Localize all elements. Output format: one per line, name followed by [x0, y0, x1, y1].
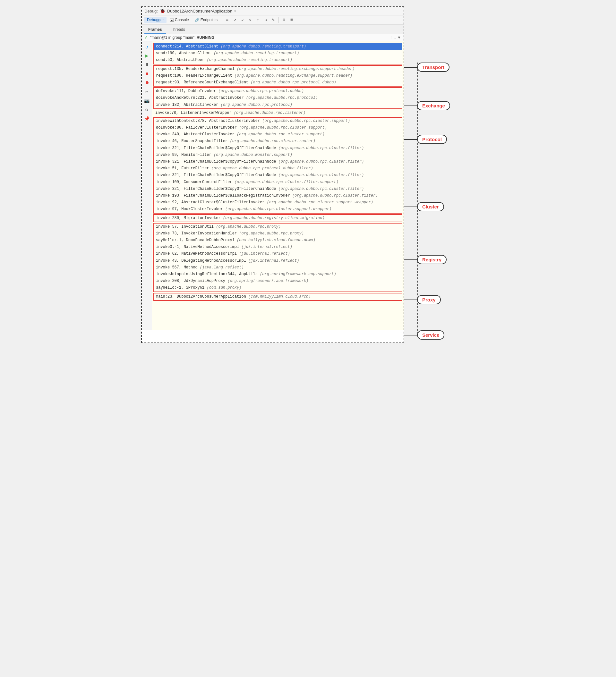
stack-item-proxy-1[interactable]: invoke:57, InvocationUtil (org.apache.du… [154, 224, 402, 230]
stack-item-cluster-8[interactable]: invoke:51, FutureFilter (org.apache.dubb… [154, 165, 402, 172]
debug-label: Debug: [144, 9, 158, 13]
stack-item-exchange-1[interactable]: request:135, HeaderExchangeChannel (org.… [154, 66, 402, 73]
stack-item-cluster-2[interactable]: doInvoke:80, FailoverClusterInvoker (org… [154, 125, 402, 131]
stack-item-exchange-2[interactable]: request:100, HeaderExchangeClient (org.a… [154, 73, 402, 79]
ide-window: Debug: 🐞 Dubbo12ArchConsumerApplication … [141, 6, 404, 343]
app-icon: 🐞 [160, 8, 165, 14]
stack-item-standalone-1[interactable]: invoke:78, ListenerInvokerWrapper (org.a… [153, 110, 402, 117]
endpoints-icon: 🔗 [195, 18, 200, 22]
rerun-icon[interactable]: ↺ [262, 16, 269, 24]
stack-item-cluster-4[interactable]: invoke:46, RouterSnapshotFilter (org.apa… [154, 138, 402, 145]
sidebar-record-icon[interactable]: ⏺ [143, 79, 150, 86]
nav-down-icon[interactable]: ↓ [394, 35, 396, 40]
stack-item-protocol-2[interactable]: doInvokeAndReturn:221, AbstractInvoker (… [154, 95, 402, 101]
registry-label: Registry [417, 255, 447, 264]
stack-item-proxy-6[interactable]: invoke:43, DelegatingMethodAccessorImpl … [154, 258, 402, 264]
sidebar-resume-icon[interactable]: ↺ [143, 43, 150, 50]
stack-item-cluster-12[interactable]: invoke:193, FilterChainBuilder$CallbackR… [154, 192, 402, 199]
stack-item-proxy-10[interactable]: sayHello:-1, $Proxy61 (com.sun.proxy) [154, 284, 402, 291]
proxy-connector [404, 300, 417, 300]
registry-group: invoke:280, MigrationInvoker (org.apache… [153, 214, 402, 222]
annotations-panel: Transport Exchange Protocol Cluster Regi… [404, 6, 475, 343]
service-connector [404, 335, 417, 335]
sidebar-resume-green-icon[interactable]: ▶ [143, 52, 150, 59]
transport-annotation: Transport [404, 62, 449, 72]
tab-threads[interactable]: Threads [167, 26, 189, 34]
stack-item-proxy-5[interactable]: invoke:62, NativeMethodAccessorImpl (jdk… [154, 251, 402, 257]
list-icon[interactable]: ≡ [224, 16, 231, 24]
list-view-icon[interactable]: ≣ [288, 16, 295, 24]
step-into-icon[interactable]: ↙ [239, 16, 246, 24]
stack-item-protocol-3[interactable]: invoke:182, AbstractInvoker (org.apache.… [154, 102, 402, 108]
thread-selector: ✓ "main"@1 in group "main": RUNNING ↑ ↓ … [142, 34, 404, 41]
cluster-group: invokeWithContext:378, AbstractClusterIn… [153, 117, 402, 214]
grid-icon[interactable]: ⊞ [280, 16, 288, 24]
sidebar-camera-icon[interactable]: 📷 [143, 97, 150, 104]
run-cursor-icon[interactable]: ↑ [254, 16, 261, 24]
transport-connector [404, 67, 417, 68]
stack-item-cluster-1[interactable]: invokeWithContext:378, AbstractClusterIn… [154, 118, 402, 125]
proxy-annotation: Proxy [404, 295, 441, 304]
proxy-label: Proxy [417, 295, 441, 304]
stack-item-proxy-2[interactable]: invoke:73, InvokerInvocationHandler (org… [154, 230, 402, 237]
console-btn[interactable]: ▶ Console [167, 17, 191, 23]
sidebar-settings-icon[interactable]: ⚙ [143, 106, 150, 113]
stack-item-cluster-10[interactable]: invoke:109, ConsumerContextFilter (org.a… [154, 179, 402, 186]
evaluate-icon[interactable]: ↯ [270, 16, 277, 24]
stack-item-cluster-5[interactable]: invoke:321, FilterChainBuilder$CopyOfFil… [154, 145, 402, 152]
stack-item-registry-1[interactable]: invoke:280, MigrationInvoker (org.apache… [154, 215, 402, 222]
console-icon: ▶ [170, 18, 174, 21]
stack-item-cluster-13[interactable]: invoke:92, AbstractCluster$ClusterFilter… [154, 199, 402, 206]
transport-group: connect:214, AbstractClient (org.apache.… [153, 43, 402, 64]
service-annotation: Service [404, 330, 444, 340]
protocol-group: doInvoke:111, DubboInvoker (org.apache.d… [153, 87, 402, 109]
stack-item-cluster-11[interactable]: invoke:321, FilterChainBuilder$CopyOfFil… [154, 186, 402, 192]
tab-frames[interactable]: Frames [144, 26, 166, 34]
registry-connector [404, 260, 417, 260]
toolbar-sep-1 [222, 17, 222, 23]
stack-item-protocol-1[interactable]: doInvoke:111, DubboInvoker (org.apache.d… [154, 88, 402, 95]
sidebar-pause-icon[interactable]: ⏸ [143, 61, 150, 68]
toolbar: Debugger ▶ Console 🔗 Endpoints ≡ ↗ ↙ ↖ ↑… [142, 15, 404, 25]
stack-item-cluster-14[interactable]: invoke:97, MockClusterInvoker (org.apach… [154, 206, 402, 213]
protocol-label: Protocol [417, 135, 447, 144]
cluster-label: Cluster [417, 202, 444, 211]
stack-item-transport-2[interactable]: send:190, AbstractClient (org.apache.dub… [154, 50, 402, 57]
transport-label: Transport [417, 62, 449, 72]
stack-item-cluster-6[interactable]: invoke:99, MonitorFilter (org.apache.dub… [154, 152, 402, 159]
close-tab-btn[interactable]: × [234, 9, 236, 13]
stack-item-proxy-4[interactable]: invoke0:-1, NativeMethodAccessorImpl (jd… [154, 244, 402, 251]
stack-item-proxy-3[interactable]: sayHello:-1, DemoFacadeDubboProxy1 (com.… [154, 237, 402, 244]
exchange-group: request:135, HeaderExchangeChannel (org.… [153, 65, 402, 87]
stack-item-proxy-9[interactable]: invoke:208, JdkDynamicAopProxy (org.spri… [154, 278, 402, 284]
sidebar-stop-icon[interactable]: ■ [143, 70, 150, 77]
frames-nav: ↑ ↓ ▼ [391, 35, 401, 40]
sidebar-mute-icon[interactable]: ✂ [143, 88, 150, 95]
protocol-annotation: Protocol [404, 135, 447, 144]
stack-item-transport-3[interactable]: send:53, AbstractPeer (org.apache.dubbo.… [154, 57, 402, 63]
stack-item-proxy-7[interactable]: invoke:567, Method (java.lang.reflect) [154, 264, 402, 271]
app-name: Dubbo12ArchConsumerApplication [167, 9, 232, 13]
proxy-group: invoke:57, InvocationUtil (org.apache.du… [153, 223, 402, 292]
main-wrapper: Debug: 🐞 Dubbo12ArchConsumerApplication … [141, 6, 475, 343]
stack-item-transport-1[interactable]: connect:214, AbstractClient (org.apache.… [154, 43, 402, 50]
endpoints-btn[interactable]: 🔗 Endpoints [192, 17, 220, 23]
title-bar: Debug: 🐞 Dubbo12ArchConsumerApplication … [142, 7, 404, 15]
stack-item-service-1[interactable]: main:23, Dubbo12ArchConsumerApplication … [154, 294, 402, 300]
filter-icon[interactable]: ▼ [397, 35, 401, 40]
stack-item-exchange-3[interactable]: request:93, ReferenceCountExchangeClient… [154, 79, 402, 86]
debugger-btn[interactable]: Debugger [144, 17, 167, 23]
stack-item-proxy-8[interactable]: invokeJoinpointUsingReflection:344, AopU… [154, 271, 402, 278]
step-over-icon[interactable]: ↗ [231, 16, 238, 24]
exchange-annotation: Exchange [404, 101, 450, 110]
stack-item-cluster-9[interactable]: invoke:321, FilterChainBuilder$CopyOfFil… [154, 172, 402, 179]
stack-item-cluster-7[interactable]: invoke:321, FilterChainBuilder$CopyOfFil… [154, 159, 402, 165]
registry-annotation: Registry [404, 255, 447, 264]
service-label: Service [417, 330, 444, 340]
toolbar-sep-2 [278, 17, 279, 23]
nav-up-icon[interactable]: ↑ [391, 35, 393, 40]
step-out-icon[interactable]: ↖ [247, 16, 254, 24]
sidebar-pin-icon[interactable]: 📌 [143, 115, 150, 122]
exchange-label: Exchange [417, 101, 450, 110]
stack-item-cluster-3[interactable]: invoke:340, AbstractClusterInvoker (org.… [154, 131, 402, 138]
